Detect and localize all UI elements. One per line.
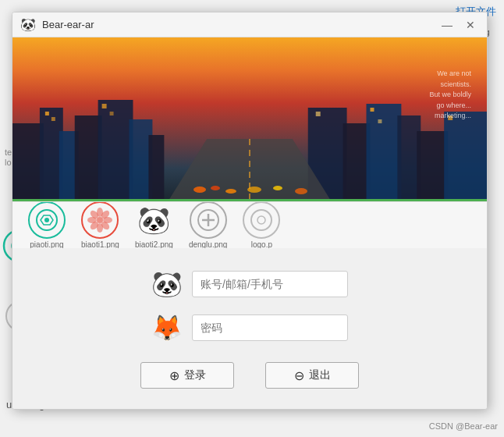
- title-bar: 🐼 Bear-ear-ar — ✕: [12, 12, 487, 37]
- thumb-logo: logo.p: [243, 201, 280, 248]
- thumb-biaoti1: biaoti1.png: [81, 201, 119, 248]
- thumb-label-denglu: denglu.png: [189, 240, 228, 248]
- svg-point-40: [273, 186, 282, 190]
- modal-window: 🐼 Bear-ear-ar — ✕: [12, 12, 488, 410]
- window-title: Bear-ear-ar: [42, 19, 438, 30]
- svg-point-43: [44, 218, 49, 222]
- svg-rect-31: [110, 112, 114, 115]
- minimize-button[interactable]: —: [438, 16, 456, 34]
- svg-rect-16: [75, 115, 102, 201]
- svg-point-36: [193, 187, 206, 193]
- svg-point-41: [295, 188, 307, 194]
- svg-rect-24: [417, 131, 448, 201]
- svg-rect-28: [45, 112, 49, 115]
- svg-point-44: [97, 217, 103, 223]
- svg-point-37: [211, 186, 220, 190]
- plus-icon-thumb: [196, 208, 221, 233]
- svg-rect-17: [98, 100, 133, 201]
- watermark: CSDN @Bear-ear: [429, 421, 498, 431]
- logout-label: 退出: [309, 368, 331, 382]
- thumb-label-piaoti: piaoti.png: [30, 240, 63, 248]
- banner-accent-line: [12, 199, 487, 201]
- close-button[interactable]: ✕: [462, 16, 479, 34]
- thumbnail-row: piaoti.png biaoti1.png: [12, 201, 487, 248]
- pass-avatar: 🦊: [151, 312, 183, 343]
- svg-point-56: [251, 210, 272, 230]
- app-icon: 🐼: [20, 17, 36, 32]
- svg-rect-34: [378, 119, 382, 123]
- svg-point-39: [247, 187, 261, 193]
- highway-traffic: [153, 151, 348, 197]
- thumb-label-logo: logo.p: [251, 240, 272, 248]
- login-label: 登录: [184, 368, 206, 382]
- svg-rect-13: [12, 123, 44, 201]
- svg-rect-29: [51, 117, 55, 121]
- form-buttons: ⊕ 登录 ⊖ 退出: [140, 362, 359, 389]
- banner-image: We are not scientists. But we boldly go …: [12, 37, 487, 201]
- svg-rect-33: [370, 108, 374, 112]
- window-controls: — ✕: [438, 16, 479, 34]
- svg-rect-30: [102, 104, 107, 108]
- thumb-label-biaoti2: biaoti2.png: [135, 240, 173, 248]
- login-icon: ⊕: [169, 368, 179, 383]
- password-input[interactable]: [192, 314, 348, 341]
- thumb-denglu: denglu.png: [189, 201, 228, 248]
- login-button[interactable]: ⊕ 登录: [140, 362, 234, 389]
- svg-rect-32: [316, 112, 321, 116]
- thumb-biaoti2: 🐼 biaoti2.png: [135, 201, 173, 248]
- svg-point-57: [257, 216, 265, 224]
- logout-icon: ⊖: [294, 368, 304, 383]
- svg-rect-22: [367, 104, 402, 201]
- password-row: 🦊: [151, 312, 348, 343]
- login-form-area: 🐼 🦊 ⊕ 登录 ⊖ 退出: [12, 248, 487, 409]
- username-input[interactable]: [192, 271, 348, 297]
- thumb-piaoti: piaoti.png: [28, 201, 66, 248]
- svg-rect-25: [444, 112, 487, 201]
- thumb-label-biaoti1: biaoti1.png: [81, 240, 119, 248]
- user-avatar: 🐼: [151, 268, 183, 300]
- logout-button[interactable]: ⊖ 退出: [265, 362, 359, 389]
- username-row: 🐼: [151, 268, 348, 300]
- svg-point-38: [225, 189, 236, 194]
- banner-text-overlay: We are not scientists. But we boldly go …: [429, 69, 471, 122]
